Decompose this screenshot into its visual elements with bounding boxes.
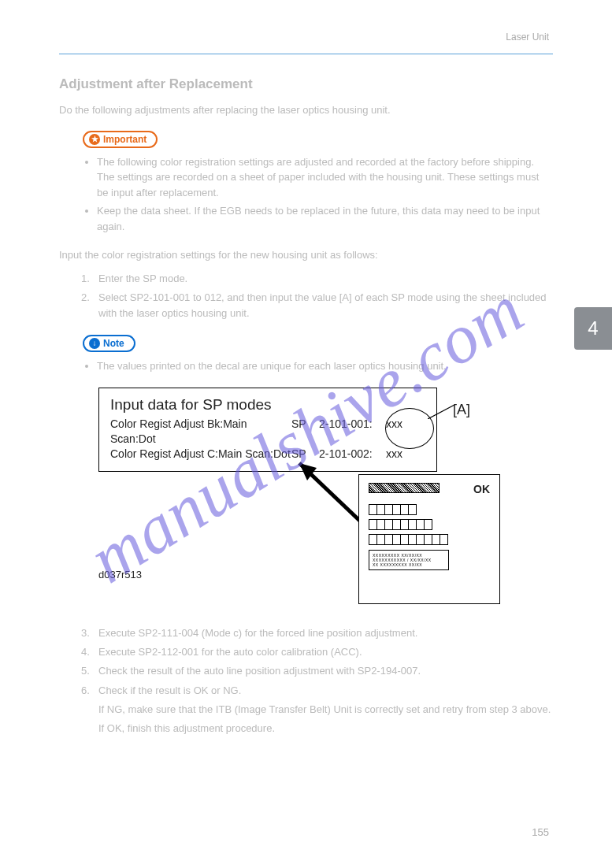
panel-fine-print: XXXXXXXXX XX/XX/XXXXXXXXXXXXX / XX/XX/XX…: [369, 550, 449, 570]
sp-row-desc: Color Regist Adjust Bk:Main Scan:Dot: [110, 417, 291, 447]
note-bullet: The values printed on the decal are uniq…: [97, 358, 553, 374]
sp-row-sp: SP: [291, 417, 319, 447]
step-text: Select SP2-101-001 to 012, and then inpu…: [98, 290, 553, 321]
important-bullet: Keep the data sheet. If the EGB needs to…: [97, 203, 553, 234]
panel-row: [369, 534, 490, 545]
note-bullets: The values printed on the decal are uniq…: [97, 358, 553, 374]
down-arrow-icon: ↓: [89, 338, 100, 349]
step-item: 6.Check if the result is OK or NG.: [81, 683, 553, 699]
important-label: Important: [103, 134, 147, 145]
step-number: 1.: [81, 271, 98, 287]
panel-data-rows: [369, 504, 490, 545]
step-item: 2. Select SP2-101-001 to 012, and then i…: [81, 290, 553, 321]
steps-title: Input the color registration settings fo…: [59, 248, 553, 263]
sp-box-title: Input data for SP modes: [110, 396, 425, 414]
panel-row: [369, 504, 490, 515]
decal-panel: OK XXXXXXXXX XX/XX/XXXXXXXXXXXXX / XX/XX…: [358, 474, 500, 604]
important-bullets: The following color registration setting…: [97, 154, 553, 235]
step-item: 4.Execute SP2-112-001 for the auto color…: [81, 644, 553, 660]
step-item: If NG, make sure that the ITB (Image Tra…: [81, 702, 553, 718]
sp-row: Color Regist Adjust Bk:Main Scan:Dot SP …: [110, 417, 425, 447]
figure-id: d037r513: [98, 569, 142, 581]
header-right: Laser Unit: [506, 32, 549, 43]
step-number: 2.: [81, 290, 98, 321]
step-item: 1. Enter the SP mode.: [81, 271, 553, 287]
panel-row: [369, 519, 490, 530]
step-item: 3.Execute SP2-111-004 (Mode c) for the f…: [81, 625, 553, 641]
svg-line-0: [428, 405, 454, 419]
callout-circle: [385, 408, 434, 449]
note-badge: ↓ Note: [83, 335, 135, 352]
star-icon: ★: [89, 134, 100, 145]
intro-paragraph: Do the following adjustments after repla…: [59, 103, 553, 118]
chapter-tab: 4: [574, 307, 612, 350]
page-footer: 155: [0, 826, 612, 838]
step-item: If OK, finish this adjustment procedure.: [81, 721, 553, 736]
important-badge: ★ Important: [83, 131, 158, 148]
sp-row-code: 2-101-001:: [319, 417, 386, 447]
page-number: 155: [532, 826, 549, 838]
important-bullet: The following color registration setting…: [97, 154, 553, 201]
post-step-list: 3.Execute SP2-111-004 (Mode c) for the f…: [81, 625, 553, 736]
sp-row-desc: Color Regist Adjust C:Main Scan:Dot: [110, 447, 291, 462]
section-title: Adjustment after Replacement: [59, 76, 553, 92]
note-label: Note: [103, 338, 124, 349]
callout-label-a: [A]: [453, 402, 470, 418]
step-text: Enter the SP mode.: [98, 271, 187, 287]
figure: Input data for SP modes Color Regist Adj…: [98, 388, 516, 616]
panel-ok-label: OK: [473, 483, 490, 495]
top-rule: [59, 54, 553, 54]
panel-title-bar: [369, 483, 440, 493]
step-list: 1. Enter the SP mode. 2. Select SP2-101-…: [81, 271, 553, 321]
step-item: 5.Check the result of the auto line posi…: [81, 663, 553, 679]
